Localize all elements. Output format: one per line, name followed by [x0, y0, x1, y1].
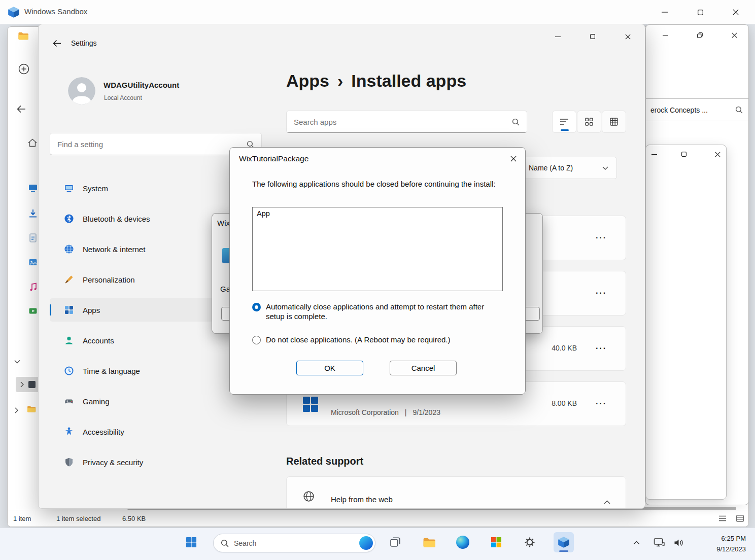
taskbar-search-input[interactable] [234, 534, 351, 552]
bgwin-search-input[interactable] [645, 99, 749, 121]
explorer-back-button[interactable] [15, 104, 28, 115]
more-options-button[interactable]: ··· [591, 341, 611, 356]
settings-minimize-button[interactable] [546, 28, 569, 45]
listbox-item[interactable]: App [253, 207, 502, 220]
sandbox-cube-icon [557, 536, 570, 549]
table-view-icon [610, 118, 618, 126]
more-options-button[interactable]: ··· [591, 286, 611, 300]
bluetooth-icon [64, 214, 74, 224]
help-from-web-label: Help from the web [331, 495, 393, 504]
ok-button[interactable]: OK [296, 361, 363, 375]
dialog-close-button[interactable] [505, 152, 522, 166]
sidebar-item-accessibility[interactable]: Accessibility [50, 420, 262, 443]
view-table-button[interactable] [602, 111, 626, 133]
breadcrumb-parent[interactable]: Apps [286, 71, 329, 91]
tree-chevron-down-icon[interactable] [14, 357, 20, 366]
cancel-button[interactable]: Cancel [390, 361, 457, 375]
sidebar-icon-pictures[interactable] [28, 257, 38, 269]
applications-listbox[interactable]: App [252, 207, 503, 291]
radio-option-label: Automatically close applications and att… [266, 302, 497, 321]
sidebar-icon-documents[interactable] [28, 233, 38, 245]
gamepad-icon [64, 396, 74, 406]
task-view-button[interactable] [385, 532, 405, 552]
status-details-view-button[interactable] [733, 513, 746, 525]
wix-body-text-fragment: Ga [220, 285, 230, 293]
close-icon [715, 152, 720, 157]
help-from-web-expander[interactable]: Help from the web [286, 476, 626, 509]
host-window-title: Windows Sandbox [24, 7, 87, 16]
sidebar-icon-music[interactable] [28, 282, 38, 294]
search-icon [221, 539, 229, 549]
view-list-button[interactable] [552, 111, 576, 133]
accessibility-icon [64, 427, 74, 437]
taskbar-search-box[interactable] [213, 534, 375, 552]
settings-app-button[interactable] [520, 532, 540, 552]
network-monitor-icon [654, 538, 665, 548]
tree-folder-icon[interactable] [27, 405, 36, 415]
bgwin2-minimize-button[interactable] [645, 146, 664, 162]
sidebar-item-privacy[interactable]: Privacy & security [50, 450, 262, 474]
host-maximize-button[interactable] [689, 2, 712, 22]
tray-chevron-up-button[interactable] [628, 534, 645, 551]
more-options-button[interactable]: ··· [591, 397, 611, 411]
files-in-use-dialog: WixTutorialPackage The following applica… [229, 147, 526, 395]
meta-separator: | [405, 408, 407, 416]
tray-volume-button[interactable] [670, 534, 687, 551]
tray-clock[interactable]: 6:25 PM 9/12/2023 [716, 534, 746, 555]
windows-logo-icon [185, 536, 197, 548]
sort-dropdown[interactable]: Name (A to Z) [518, 157, 617, 179]
search-apps-input[interactable] [287, 111, 527, 132]
status-selected-count: 1 item selected [56, 515, 100, 522]
sidebar-item-label: Accessibility [83, 428, 124, 436]
tray-network-button[interactable] [650, 534, 668, 551]
edge-button[interactable] [453, 532, 473, 552]
radio-option-do-not-close[interactable]: Do not close applications. (A Reboot may… [252, 335, 506, 344]
bgwin2-close-button[interactable] [707, 146, 727, 162]
view-grid-button[interactable] [577, 111, 601, 133]
app-icon [302, 396, 319, 412]
sort-value: Name (A to Z) [529, 164, 573, 172]
sidebar-icon-downloads[interactable] [28, 208, 38, 221]
person-icon [64, 335, 74, 345]
bgwin-minimize-button[interactable] [654, 27, 677, 43]
close-icon [625, 34, 631, 40]
explorer-new-button[interactable] [18, 63, 30, 76]
tree-chevron-right-icon[interactable] [14, 406, 19, 415]
sidebar-item-label: Privacy & security [83, 458, 143, 467]
explorer-status-bar: 1 item 1 item selected 6.50 KB [8, 510, 748, 527]
bgwin-restore-button[interactable] [688, 27, 711, 43]
more-options-button[interactable]: ··· [591, 231, 611, 245]
explorer-home-icon[interactable] [28, 138, 37, 149]
start-button[interactable] [181, 532, 201, 552]
settings-close-button[interactable] [616, 28, 639, 45]
file-explorer-button[interactable] [419, 532, 439, 552]
colored-windows-app-button[interactable] [486, 532, 506, 552]
host-close-button[interactable] [724, 2, 747, 22]
settings-maximize-button[interactable] [581, 28, 604, 45]
sidebar-icon-videos[interactable] [28, 306, 38, 318]
status-list-view-button[interactable] [716, 513, 729, 525]
taskbar: 6:25 PM 9/12/2023 [0, 528, 755, 560]
chevron-up-icon [633, 541, 640, 545]
sidebar-item-label: Gaming [83, 397, 110, 406]
app-install-date: 9/1/2023 [413, 408, 440, 416]
related-support-heading: Related support [286, 456, 363, 467]
sandbox-logo-icon [7, 6, 20, 21]
shield-icon [64, 457, 74, 467]
settings-back-button[interactable] [49, 35, 65, 51]
radio-selected-icon[interactable] [252, 303, 261, 311]
chevron-up-icon[interactable] [604, 497, 610, 506]
user-avatar [68, 77, 95, 104]
bing-copilot-icon[interactable] [359, 536, 373, 550]
bgwin2-maximize-button[interactable] [674, 146, 694, 162]
settings-window-title: Settings [71, 39, 97, 47]
apps-icon [64, 305, 74, 315]
bgwin-close-button[interactable] [723, 27, 746, 43]
windows-sandbox-button[interactable] [554, 532, 574, 552]
host-minimize-button[interactable] [653, 2, 676, 22]
app-publisher: Microsoft Corporation [331, 408, 399, 416]
sidebar-icon-desktop[interactable] [28, 183, 38, 195]
radio-unselected-icon[interactable] [252, 336, 261, 344]
radio-option-close-apps[interactable]: Automatically close applications and att… [252, 302, 506, 321]
bgwin-search-box [645, 98, 749, 121]
